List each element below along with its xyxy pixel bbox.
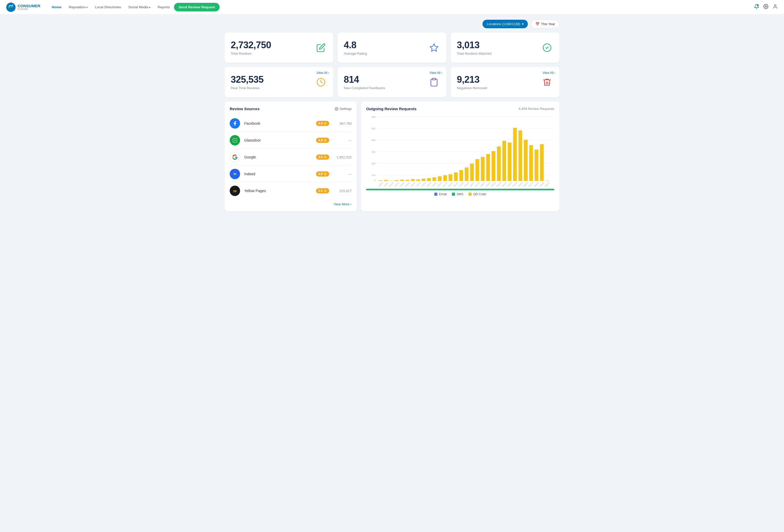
svg-rect-42: [475, 159, 479, 181]
real-time-reviews-value: 325,535: [231, 74, 264, 85]
svg-rect-31: [416, 179, 420, 181]
svg-text:12/01/22: 12/01/22: [496, 182, 502, 187]
send-review-request-button[interactable]: Send Review Request: [174, 3, 220, 11]
notifications-icon[interactable]: [754, 4, 759, 10]
chart-card: Outgoing Review Requests 6,459 Review Re…: [361, 101, 559, 211]
completed-feedbacks-view-all[interactable]: View All ›: [429, 71, 442, 75]
svg-rect-52: [529, 145, 533, 181]
sources-settings-button[interactable]: Settings: [335, 107, 352, 111]
svg-rect-41: [470, 164, 474, 181]
svg-point-8: [336, 108, 337, 109]
google-rating-badge: 3.6 ⭐: [316, 155, 329, 160]
svg-text:200: 200: [371, 162, 376, 165]
source-facebook-name: Facebook: [244, 121, 312, 125]
svg-text:600: 600: [371, 116, 376, 118]
list-item: yp Yellow Pages 3.3 ⭐ 215,617: [230, 183, 352, 199]
svg-rect-35: [438, 176, 442, 181]
logo-sub: FUSION: [18, 8, 40, 10]
nav-reputation[interactable]: Reputation: [65, 3, 91, 11]
nav-reports[interactable]: Reports: [155, 3, 173, 11]
chart-scrollbar-thumb[interactable]: [366, 189, 552, 190]
stat-card-reviews-matched: 3,013 Total Reviews Matched: [451, 32, 559, 63]
locations-filter-label: Locations (1168/1168): [487, 22, 520, 26]
main-content: Locations (1168/1168) ▾ 📅 This Year 2,73…: [218, 15, 566, 217]
svg-rect-33: [427, 178, 431, 181]
stat-card-total-reviews: 2,732,750 Total Reviews: [225, 32, 333, 63]
reviews-matched-label: Total Reviews Matched: [457, 52, 492, 55]
svg-text:11/17/22: 11/17/22: [420, 182, 426, 187]
legend-sms: SMS: [452, 192, 463, 196]
facebook-count: 387,780: [333, 121, 352, 125]
svg-text:12/10/22: 12/10/22: [544, 182, 550, 187]
google-count: 1,852,522: [333, 155, 352, 159]
svg-text:11/18/22: 11/18/22: [425, 182, 432, 187]
source-yellowpages-name: Yellow Pages: [244, 189, 312, 193]
average-rating-label: Average Rating: [344, 52, 367, 55]
logo-brand: CONSUMER: [18, 4, 40, 8]
sms-legend-label: SMS: [456, 192, 463, 196]
chart-svg: 600 500 400 300 200 100 0: [366, 114, 554, 187]
navbar: CONSUMER FUSION Home Reputation Local Di…: [0, 0, 784, 15]
svg-text:11/25/22: 11/25/22: [463, 182, 469, 187]
review-sources-card: Review Sources Settings Facebook 4.9 ⭐ 3…: [225, 101, 357, 211]
svg-text:11/24/22: 11/24/22: [458, 182, 464, 187]
svg-rect-28: [400, 180, 404, 181]
svg-text:11/10/22: 11/10/22: [383, 182, 389, 187]
svg-text:500: 500: [371, 127, 376, 130]
svg-rect-48: [508, 143, 512, 181]
star-icon: [428, 41, 440, 54]
chart-scrollbar[interactable]: [366, 189, 554, 190]
svg-text:11/12/22: 11/12/22: [393, 182, 399, 187]
svg-rect-24: [379, 180, 383, 181]
real-time-reviews-label: Real Time Reviews: [231, 86, 264, 90]
svg-point-2: [765, 6, 767, 7]
settings-icon[interactable]: [763, 4, 768, 10]
stat-card-average-rating: 4.8 Average Rating: [338, 32, 446, 63]
view-more-button[interactable]: View More ›: [230, 202, 352, 206]
svg-text:11/13/22: 11/13/22: [399, 182, 405, 187]
clipboard-icon: [428, 76, 440, 88]
yellowpages-rating-badge: 3.3 ⭐: [316, 188, 329, 193]
svg-text:0: 0: [374, 179, 375, 181]
qr-legend-label: QR Code: [473, 192, 486, 196]
list-item: Facebook 4.9 ⭐ 387,780: [230, 115, 352, 132]
negatives-removed-view-all[interactable]: View All ›: [543, 71, 555, 75]
svg-rect-44: [486, 154, 490, 181]
svg-rect-38: [454, 172, 458, 181]
legend-qr: QR Code: [469, 192, 486, 196]
svg-text:11/22/22: 11/22/22: [447, 182, 453, 187]
nav-social-media[interactable]: Social Media: [125, 3, 153, 11]
chart-scrollbar-right[interactable]: [550, 189, 554, 190]
svg-rect-30: [411, 179, 415, 181]
source-indeed-name: Indeed: [244, 172, 312, 176]
source-google-name: Google: [244, 155, 312, 159]
indeed-count: —: [333, 172, 352, 176]
svg-rect-29: [406, 180, 410, 181]
svg-rect-7: [432, 78, 436, 80]
svg-rect-34: [432, 177, 436, 181]
nav-local-directories[interactable]: Local Directories: [92, 3, 124, 11]
svg-point-1: [757, 4, 759, 6]
reviews-matched-value: 3,013: [457, 40, 492, 51]
user-icon[interactable]: [773, 4, 778, 10]
glassdoor-logo: [230, 135, 240, 145]
list-item: Glassdoor 4.9 ⭐ —: [230, 132, 352, 149]
filter-bar: Locations (1168/1168) ▾ 📅 This Year: [225, 20, 559, 28]
svg-text:12/09/22: 12/09/22: [538, 182, 545, 187]
svg-text:11/28/22: 11/28/22: [479, 182, 485, 187]
svg-rect-27: [395, 180, 399, 181]
locations-filter-button[interactable]: Locations (1168/1168) ▾: [482, 20, 528, 28]
svg-text:11/09/22: 11/09/22: [377, 182, 384, 187]
svg-text:11/11/22: 11/11/22: [388, 182, 394, 187]
logo: CONSUMER FUSION: [6, 3, 40, 12]
nav-home[interactable]: Home: [49, 3, 65, 11]
svg-text:11/23/22: 11/23/22: [452, 182, 459, 187]
svg-rect-54: [540, 144, 544, 181]
stats-grid: 2,732,750 Total Reviews 4.8 Average Rati…: [225, 32, 559, 97]
real-time-reviews-view-all[interactable]: View All ›: [316, 71, 329, 75]
qr-legend-dot: [469, 193, 472, 196]
svg-rect-25: [384, 180, 388, 181]
legend-email: Email: [434, 192, 447, 196]
svg-rect-39: [459, 170, 463, 181]
this-year-filter-button[interactable]: 📅 This Year: [531, 20, 559, 28]
